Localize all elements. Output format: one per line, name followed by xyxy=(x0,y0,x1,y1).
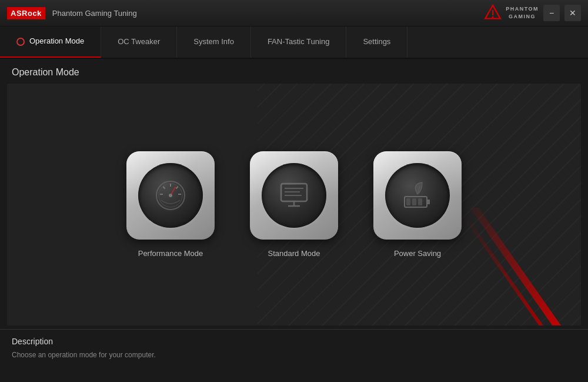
titlebar-right: PHANTOMGAMING − ✕ xyxy=(483,4,581,22)
close-button[interactable]: ✕ xyxy=(564,5,581,21)
mode-item-standard[interactable]: Standard Mode xyxy=(250,151,338,258)
modes-container: Performance Mode xyxy=(126,151,462,258)
performance-mode-button[interactable] xyxy=(126,151,215,240)
power-saving-label: Power Saving xyxy=(394,249,441,258)
tab-system-info[interactable]: System Info xyxy=(177,26,251,58)
performance-mode-label: Performance Mode xyxy=(138,249,203,258)
asrock-logo: ASRock xyxy=(7,7,45,19)
minimize-button[interactable]: − xyxy=(543,5,560,21)
phantom-logo: PHANTOMGAMING xyxy=(483,4,539,22)
tab-operation-mode[interactable]: Operation Mode xyxy=(0,26,101,58)
svg-line-9 xyxy=(163,187,165,189)
svg-line-8 xyxy=(176,187,178,189)
standard-mode-label: Standard Mode xyxy=(268,249,320,258)
mode-item-power-saving[interactable]: Power Saving xyxy=(373,151,462,258)
svg-rect-23 xyxy=(418,198,422,205)
titlebar: ASRock Phantom Gaming Tuning PHANTOMGAMI… xyxy=(0,0,588,26)
app-title: Phantom Gaming Tuning xyxy=(52,9,137,18)
content-area: Operation Mode xyxy=(0,59,588,329)
nav-tabs: Operation Mode OC Tweaker System Info FA… xyxy=(0,26,588,59)
red-diagonal-accent xyxy=(463,208,581,325)
speedometer-icon xyxy=(153,178,188,213)
main-panel: Performance Mode xyxy=(7,84,581,325)
power-saving-inner xyxy=(385,163,450,228)
tab-fan-tastic[interactable]: FAN-Tastic Tuning xyxy=(251,26,347,58)
section-title: Operation Mode xyxy=(12,67,79,77)
svg-point-2 xyxy=(492,16,494,18)
description-title: Description xyxy=(12,337,576,346)
standard-mode-button[interactable] xyxy=(250,151,338,240)
tab-settings[interactable]: Settings xyxy=(346,26,407,58)
leaf-battery-icon xyxy=(400,178,435,213)
monitor-icon xyxy=(276,178,312,213)
svg-rect-22 xyxy=(412,198,416,205)
tab-oc-tweaker[interactable]: OC Tweaker xyxy=(101,26,177,58)
titlebar-left: ASRock Phantom Gaming Tuning xyxy=(7,7,137,19)
mode-item-performance[interactable]: Performance Mode xyxy=(126,151,215,258)
section-header: Operation Mode xyxy=(0,59,588,84)
svg-point-11 xyxy=(169,194,172,197)
phantom-gaming-icon xyxy=(483,4,502,22)
power-saving-button[interactable] xyxy=(373,151,462,240)
svg-rect-20 xyxy=(427,200,430,204)
svg-rect-21 xyxy=(406,198,410,205)
description-text: Choose an operation mode for your comput… xyxy=(12,351,576,359)
description-bar: Description Choose an operation mode for… xyxy=(0,329,588,382)
performance-mode-inner xyxy=(138,163,203,228)
phantom-text: PHANTOMGAMING xyxy=(506,5,539,20)
standard-mode-inner xyxy=(262,163,326,228)
